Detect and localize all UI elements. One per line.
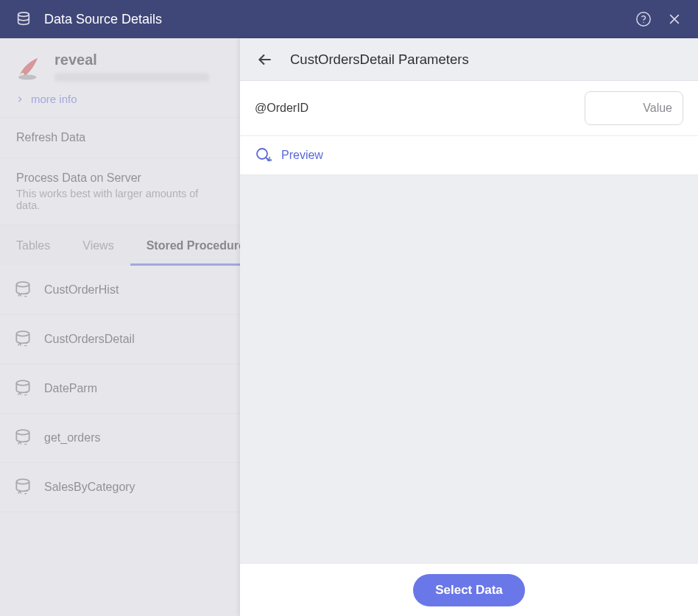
preview-label: Preview <box>281 149 323 162</box>
process-on-server-row[interactable]: Process Data on Server This works best w… <box>0 157 240 224</box>
svg-point-1 <box>637 13 650 26</box>
stored-proc-icon <box>13 330 32 349</box>
panel-footer: Select Data <box>240 563 698 616</box>
list-item[interactable]: CustOrderHist <box>0 266 240 315</box>
help-icon[interactable] <box>633 9 654 29</box>
stored-proc-icon <box>13 428 32 447</box>
object-tabs: Tables Views Stored Procedures <box>0 224 240 266</box>
select-data-button[interactable]: Select Data <box>413 574 525 606</box>
datasource-header: reveal <box>0 38 240 85</box>
svg-point-3 <box>18 75 37 80</box>
back-arrow-icon[interactable] <box>255 49 275 70</box>
svg-point-8 <box>16 479 29 484</box>
panel-title: CustOrdersDetail Parameters <box>290 52 469 68</box>
database-icon <box>13 9 34 29</box>
svg-point-5 <box>16 331 29 336</box>
preview-button[interactable]: Preview <box>240 136 698 175</box>
list-item[interactable]: SalesByCategory <box>0 463 240 512</box>
left-panel: reveal more info Refresh Data Process Da… <box>0 38 240 616</box>
stored-proc-icon <box>13 379 32 398</box>
proc-name: SalesByCategory <box>44 481 135 494</box>
refresh-data-label: Refresh Data <box>16 131 224 144</box>
parameter-value-input[interactable] <box>596 102 672 115</box>
list-item[interactable]: CustOrdersDetail <box>0 315 240 364</box>
svg-point-0 <box>18 13 29 17</box>
datasource-name: reveal <box>54 52 209 68</box>
svg-point-2 <box>643 22 644 23</box>
panel-header: CustOrdersDetail Parameters <box>240 38 698 81</box>
close-icon[interactable] <box>664 9 685 29</box>
titlebar: Data Source Details <box>0 0 698 38</box>
parameter-input-wrap <box>585 91 683 125</box>
proc-name: CustOrdersDetail <box>44 333 135 346</box>
chevron-right-icon <box>16 96 24 103</box>
parameter-name: @OrderID <box>255 102 576 115</box>
proc-name: get_orders <box>44 431 101 445</box>
stored-proc-icon <box>13 478 32 497</box>
more-info-label: more info <box>31 93 77 105</box>
tab-views[interactable]: Views <box>66 225 130 266</box>
parameters-panel: CustOrdersDetail Parameters @OrderID Pre… <box>240 38 698 616</box>
tab-tables[interactable]: Tables <box>0 225 66 266</box>
process-on-server-title: Process Data on Server <box>16 171 224 185</box>
parameter-row: @OrderID <box>240 81 698 136</box>
list-item[interactable]: get_orders <box>0 414 240 463</box>
sqlserver-icon <box>13 52 44 82</box>
refresh-data-row[interactable]: Refresh Data <box>0 117 240 157</box>
svg-point-9 <box>257 149 267 159</box>
list-item[interactable]: DateParm <box>0 364 240 414</box>
more-info-link[interactable]: more info <box>0 85 240 117</box>
datasource-subline <box>54 73 209 82</box>
proc-name: CustOrderHist <box>44 283 119 297</box>
svg-point-6 <box>16 380 29 386</box>
preview-icon <box>255 146 272 164</box>
procedure-list: CustOrderHist CustOrdersDetail <box>0 266 240 616</box>
proc-name: DateParm <box>44 382 97 395</box>
stored-proc-icon <box>13 280 32 300</box>
svg-point-4 <box>16 282 29 287</box>
process-on-server-sub: This works best with larger amounts of d… <box>16 188 224 211</box>
titlebar-title: Data Source Details <box>44 12 623 27</box>
svg-point-7 <box>16 430 29 435</box>
